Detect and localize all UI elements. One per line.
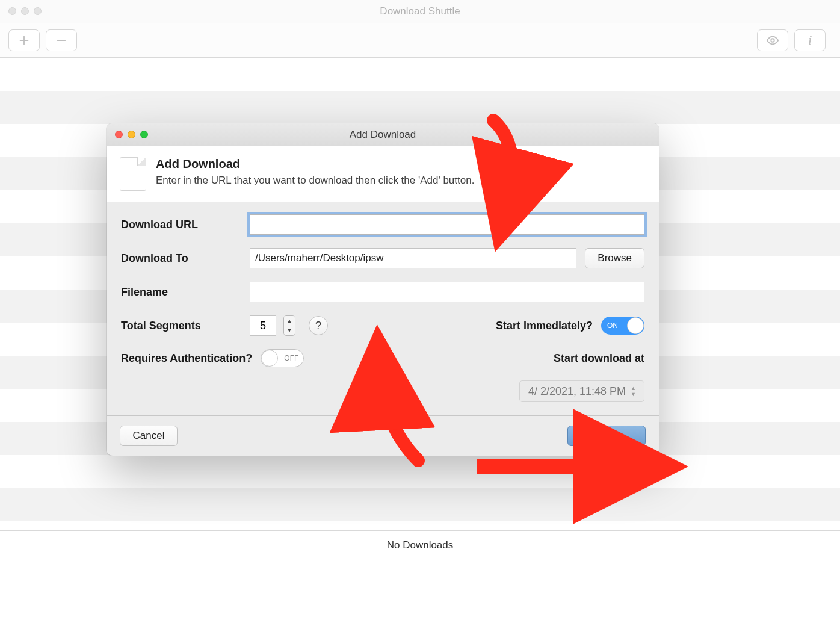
dialog-footer: Cancel Add (107, 415, 659, 456)
toggle-knob-icon (261, 350, 278, 367)
download-url-input[interactable] (250, 214, 644, 235)
dialog-body: Download URL Download To Browse Filename… (107, 202, 659, 415)
download-url-label: Download URL (121, 219, 241, 231)
total-segments-input[interactable] (250, 315, 276, 336)
add-button[interactable]: Add (567, 426, 646, 446)
toggle-knob-icon (627, 317, 644, 334)
toggle-on-label: ON (607, 321, 618, 330)
remove-download-button[interactable] (46, 29, 77, 51)
toggle-off-label: OFF (284, 354, 298, 362)
chevron-up-icon[interactable]: ▲ (631, 385, 640, 391)
status-bar: No Downloads (0, 530, 840, 559)
segments-stepper[interactable]: ▲ ▼ (283, 315, 295, 336)
dialog-traffic-lights (107, 131, 148, 138)
start-download-at-label: Start download at (554, 352, 644, 365)
requires-auth-label: Requires Authentication? (121, 352, 252, 365)
main-traffic-lights (0, 7, 42, 15)
segments-help-button[interactable]: ? (309, 316, 328, 335)
minus-icon (55, 34, 68, 47)
chevron-down-icon[interactable]: ▼ (284, 326, 295, 336)
file-icon (120, 157, 146, 191)
view-button[interactable] (757, 29, 788, 51)
download-to-input[interactable] (250, 248, 576, 268)
filename-input[interactable] (250, 282, 644, 302)
zoom-icon[interactable] (34, 7, 42, 15)
chevron-down-icon[interactable]: ▼ (631, 391, 640, 397)
svg-point-0 (771, 39, 774, 42)
main-titlebar: Download Shuttle (0, 0, 840, 23)
main-title: Download Shuttle (0, 5, 840, 17)
dialog-titlebar: Add Download (107, 123, 659, 146)
chevron-up-icon[interactable]: ▲ (284, 316, 295, 326)
requires-auth-toggle[interactable]: OFF (261, 349, 304, 367)
download-to-label: Download To (121, 252, 241, 265)
info-button[interactable]: i (794, 29, 826, 51)
close-icon[interactable] (115, 131, 123, 138)
start-datetime-value: 4/ 2/2021, 11:48 PM (528, 385, 626, 398)
dialog-subtext: Enter in the URL that you want to downlo… (156, 175, 474, 187)
close-icon[interactable] (8, 7, 16, 15)
add-download-button[interactable] (8, 29, 40, 51)
minimize-icon[interactable] (21, 7, 29, 15)
browse-button[interactable]: Browse (585, 248, 644, 268)
plus-icon (17, 34, 31, 47)
start-immediately-toggle[interactable]: ON (601, 317, 644, 335)
zoom-icon[interactable] (140, 131, 148, 138)
datetime-stepper[interactable]: ▲ ▼ (631, 385, 640, 397)
start-datetime-field[interactable]: 4/ 2/2021, 11:48 PM ▲ ▼ (519, 380, 644, 402)
minimize-icon[interactable] (128, 131, 135, 138)
dialog-heading: Add Download (156, 157, 474, 171)
filename-label: Filename (121, 286, 241, 299)
start-immediately-label: Start Immediately? (496, 320, 593, 332)
cancel-button[interactable]: Cancel (120, 426, 178, 446)
dialog-title: Add Download (107, 129, 659, 141)
info-icon: i (808, 32, 812, 48)
status-text: No Downloads (387, 539, 454, 551)
dialog-header: Add Download Enter in the URL that you w… (107, 146, 659, 202)
total-segments-label: Total Segments (121, 320, 241, 332)
toolbar: i (0, 23, 840, 58)
add-download-dialog: Add Download Add Download Enter in the U… (107, 123, 659, 456)
eye-icon (766, 34, 779, 47)
